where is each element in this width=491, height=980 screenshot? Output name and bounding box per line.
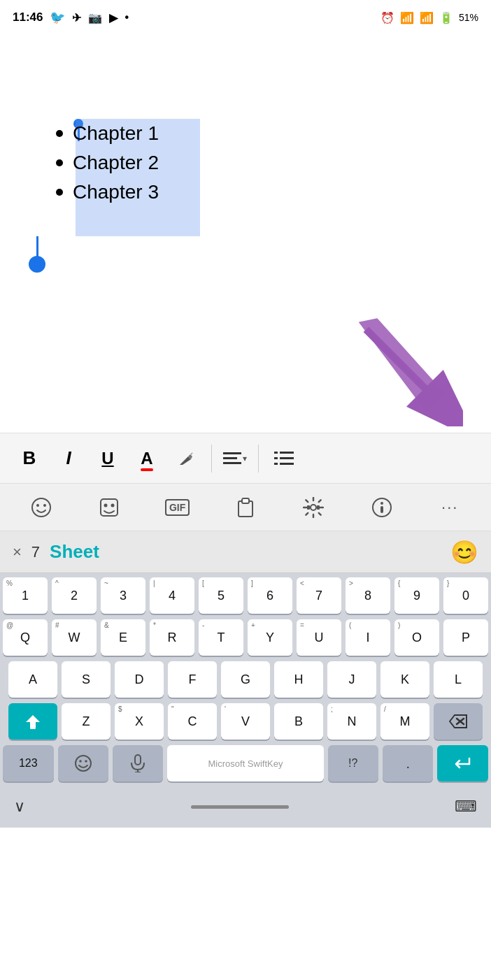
suggestion-emoji[interactable]: 😊 bbox=[450, 539, 478, 565]
underline-button[interactable]: U bbox=[90, 440, 126, 477]
backspace-icon bbox=[449, 714, 467, 728]
sticker-icon bbox=[99, 497, 120, 518]
key-g[interactable]: G bbox=[221, 661, 270, 698]
emoji-keyboard-button[interactable] bbox=[58, 745, 108, 781]
text-color-button[interactable]: A bbox=[129, 440, 165, 477]
key-a[interactable]: A bbox=[8, 661, 57, 698]
key-2[interactable]: ^2 bbox=[52, 577, 97, 614]
svg-point-30 bbox=[79, 760, 82, 763]
key-i[interactable]: (I bbox=[346, 619, 390, 656]
key-c[interactable]: "C bbox=[168, 703, 217, 740]
key-l[interactable]: L bbox=[434, 661, 483, 698]
list-item: Chapter 1 bbox=[56, 119, 449, 148]
key-5[interactable]: [5 bbox=[199, 577, 243, 614]
clipboard-tool-button[interactable] bbox=[226, 489, 265, 526]
key-w[interactable]: #W bbox=[52, 619, 97, 656]
key-n[interactable]: ;N bbox=[327, 703, 376, 740]
svg-point-20 bbox=[311, 505, 316, 510]
key-p[interactable]: P bbox=[443, 619, 488, 656]
key-o[interactable]: )O bbox=[394, 619, 439, 656]
pen-button[interactable] bbox=[168, 440, 204, 477]
bullet-dot bbox=[56, 159, 63, 166]
key-y[interactable]: +Y bbox=[248, 619, 292, 656]
align-button[interactable]: ▾ bbox=[219, 440, 251, 477]
key-7[interactable]: <7 bbox=[297, 577, 341, 614]
qwerty-row: @Q #W &E *R -T +Y =U (I )O P bbox=[3, 619, 488, 656]
wifi-icon: 📶 bbox=[400, 11, 414, 24]
key-x[interactable]: $X bbox=[115, 703, 164, 740]
selection-handle-bottom[interactable] bbox=[36, 236, 38, 264]
bold-button[interactable]: B bbox=[11, 440, 48, 477]
period-button[interactable]: . bbox=[383, 745, 433, 781]
zxcv-row: Z $X "C 'V B ;N /M bbox=[3, 703, 488, 740]
shift-button[interactable] bbox=[8, 703, 57, 740]
key-j[interactable]: J bbox=[327, 661, 376, 698]
suggestion-word[interactable]: Sheet bbox=[50, 541, 99, 563]
svg-rect-6 bbox=[280, 452, 294, 454]
key-u[interactable]: =U bbox=[297, 619, 341, 656]
key-f[interactable]: F bbox=[168, 661, 217, 698]
svg-rect-25 bbox=[380, 506, 383, 513]
key-m[interactable]: /M bbox=[380, 703, 429, 740]
keyboard-layout-button[interactable]: ⌨ bbox=[455, 798, 477, 816]
italic-button[interactable]: I bbox=[50, 440, 87, 477]
document-area[interactable]: Chapter 1 Chapter 2 Chapter 3 bbox=[0, 35, 491, 433]
key-0[interactable]: }0 bbox=[443, 577, 488, 614]
list-button[interactable] bbox=[266, 440, 302, 477]
enter-button[interactable] bbox=[437, 745, 488, 781]
key-b[interactable]: B bbox=[274, 703, 323, 740]
key-4[interactable]: |4 bbox=[150, 577, 194, 614]
key-9[interactable]: {9 bbox=[394, 577, 439, 614]
hide-keyboard-button[interactable]: ∨ bbox=[14, 798, 25, 816]
svg-rect-8 bbox=[280, 463, 294, 465]
bullet-dot bbox=[56, 189, 63, 196]
signal-icon: 📶 bbox=[420, 11, 434, 24]
key-1[interactable]: %1 bbox=[3, 577, 48, 614]
key-s[interactable]: S bbox=[62, 661, 111, 698]
key-r[interactable]: *R bbox=[150, 619, 194, 656]
svg-rect-21 bbox=[307, 505, 310, 510]
info-icon bbox=[371, 497, 392, 518]
status-time: 11:46 bbox=[13, 10, 43, 24]
svg-point-16 bbox=[104, 503, 108, 507]
key-h[interactable]: H bbox=[274, 661, 323, 698]
instagram-icon: 📷 bbox=[88, 11, 102, 24]
chapter3-text: Chapter 3 bbox=[73, 178, 159, 207]
sticker-tool-button[interactable] bbox=[90, 489, 129, 526]
settings-tool-button[interactable] bbox=[294, 489, 333, 526]
key-k[interactable]: K bbox=[380, 661, 429, 698]
key-d[interactable]: D bbox=[115, 661, 164, 698]
more-tool-button[interactable]: ··· bbox=[430, 489, 469, 526]
gif-tool-button[interactable]: GIF bbox=[158, 489, 197, 526]
suggestion-number: 7 bbox=[31, 543, 40, 561]
key-6[interactable]: ]6 bbox=[248, 577, 292, 614]
emoji-tool-button[interactable] bbox=[22, 489, 61, 526]
info-tool-button[interactable] bbox=[362, 489, 401, 526]
mic-button[interactable] bbox=[113, 745, 163, 781]
num-button[interactable]: 123 bbox=[3, 745, 53, 781]
key-v[interactable]: 'V bbox=[221, 703, 270, 740]
svg-rect-3 bbox=[223, 452, 241, 454]
key-t[interactable]: -T bbox=[199, 619, 243, 656]
svg-point-13 bbox=[36, 504, 39, 507]
toolbar-divider2 bbox=[258, 445, 259, 473]
number-row: %1 ^2 ~3 |4 [5 ]6 <7 >8 {9 }0 bbox=[3, 577, 488, 614]
punctuation-button[interactable]: !? bbox=[328, 745, 378, 781]
key-q[interactable]: @Q bbox=[3, 619, 48, 656]
key-z[interactable]: Z bbox=[62, 703, 111, 740]
key-3[interactable]: ~3 bbox=[101, 577, 145, 614]
svg-rect-19 bbox=[242, 498, 249, 503]
backspace-button[interactable] bbox=[434, 703, 483, 740]
chapter2-text: Chapter 2 bbox=[73, 148, 159, 178]
gif-label: GIF bbox=[165, 499, 190, 516]
svg-point-17 bbox=[111, 503, 115, 507]
battery-icon: 🔋 bbox=[439, 11, 453, 24]
telegram-icon: ✈ bbox=[72, 11, 81, 24]
status-right: ⏰ 📶 📶 🔋 51% bbox=[380, 11, 478, 24]
key-8[interactable]: >8 bbox=[346, 577, 390, 614]
space-button[interactable]: Microsoft SwiftKey bbox=[167, 745, 323, 781]
clipboard-icon bbox=[236, 497, 255, 518]
close-suggestion-button[interactable]: × bbox=[13, 543, 22, 561]
key-e[interactable]: &E bbox=[101, 619, 145, 656]
enter-icon bbox=[454, 756, 472, 771]
